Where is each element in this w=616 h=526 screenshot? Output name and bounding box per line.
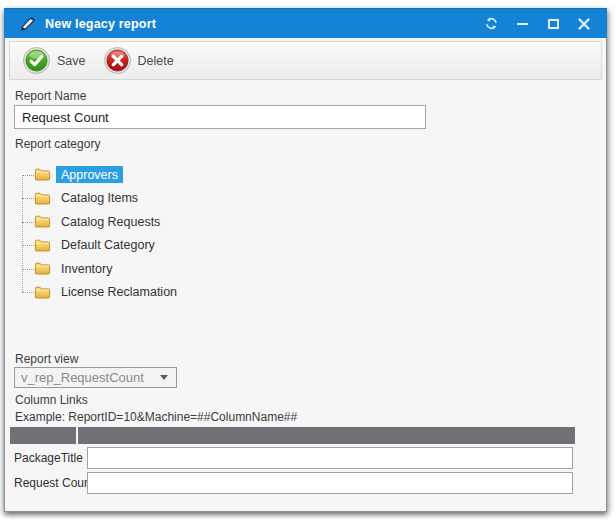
report-view-dropdown[interactable]: v_rep_RequestCount <box>14 367 177 388</box>
tree-item-label: License Reclamation <box>56 284 182 301</box>
report-category-label: Report category <box>15 137 100 151</box>
column-link-row: Request Count <box>14 472 574 494</box>
save-check-icon <box>23 47 50 74</box>
delete-button[interactable]: Delete <box>95 44 183 77</box>
link-row-label: PackageTitle <box>14 451 87 465</box>
folder-icon <box>34 285 51 300</box>
tree-item[interactable]: Catalog Requests <box>14 210 344 234</box>
grid-header <box>10 427 575 444</box>
dropdown-arrow-icon <box>160 375 168 380</box>
grid-header-label-column <box>10 427 76 444</box>
link-row-input[interactable] <box>87 472 573 494</box>
minimize-icon <box>517 23 528 25</box>
window-title: New legacy report <box>45 17 156 31</box>
maximize-icon <box>548 19 559 29</box>
tree-item[interactable]: Inventory <box>14 257 344 281</box>
save-button[interactable]: Save <box>14 44 95 77</box>
maximize-button[interactable] <box>540 12 566 36</box>
delete-x-icon <box>104 47 131 74</box>
tree-item-label: Catalog Requests <box>56 213 165 230</box>
column-links-example: Example: ReportID=10&Machine=##ColumnNam… <box>15 410 297 424</box>
new-legacy-report-dialog: New legacy report <box>4 8 607 512</box>
column-links-rows: PackageTitle Request Count <box>14 447 574 497</box>
titlebar: New legacy report <box>4 8 607 38</box>
report-view-value: v_rep_RequestCount <box>15 370 160 385</box>
toolbar: Save Delete <box>9 41 602 80</box>
report-view-label: Report view <box>15 352 78 366</box>
column-links-label: Column Links <box>15 393 88 407</box>
delete-label: Delete <box>138 54 174 68</box>
link-row-label: Request Count <box>14 476 87 490</box>
screen: New legacy report <box>0 0 616 526</box>
tree-item[interactable]: Default Category <box>14 234 344 258</box>
note-pen-icon <box>18 15 36 33</box>
save-label: Save <box>57 54 86 68</box>
folder-icon <box>34 191 51 206</box>
folder-icon <box>34 167 51 182</box>
tree-item-label: Approvers <box>56 166 123 183</box>
close-icon <box>578 18 590 30</box>
minimize-button[interactable] <box>509 12 535 36</box>
folder-icon <box>34 214 51 229</box>
tree-item-label: Catalog Items <box>56 190 143 207</box>
close-button[interactable] <box>571 12 597 36</box>
tree-item[interactable]: License Reclamation <box>14 281 344 305</box>
link-row-input[interactable] <box>87 447 573 469</box>
report-name-label: Report Name <box>15 89 86 103</box>
refresh-button[interactable] <box>478 12 504 36</box>
report-name-input[interactable] <box>14 105 426 129</box>
tree-item[interactable]: Approvers <box>14 163 344 187</box>
tree-item-label: Default Category <box>56 237 160 254</box>
column-link-row: PackageTitle <box>14 447 574 469</box>
folder-icon <box>34 261 51 276</box>
window-controls <box>473 12 607 36</box>
refresh-icon <box>484 16 499 31</box>
category-tree: Approvers Catalog Items Catalog Requests… <box>14 163 344 305</box>
grid-header-value-column <box>78 427 575 444</box>
tree-item[interactable]: Catalog Items <box>14 187 344 211</box>
tree-item-label: Inventory <box>56 260 117 277</box>
folder-icon <box>34 238 51 253</box>
